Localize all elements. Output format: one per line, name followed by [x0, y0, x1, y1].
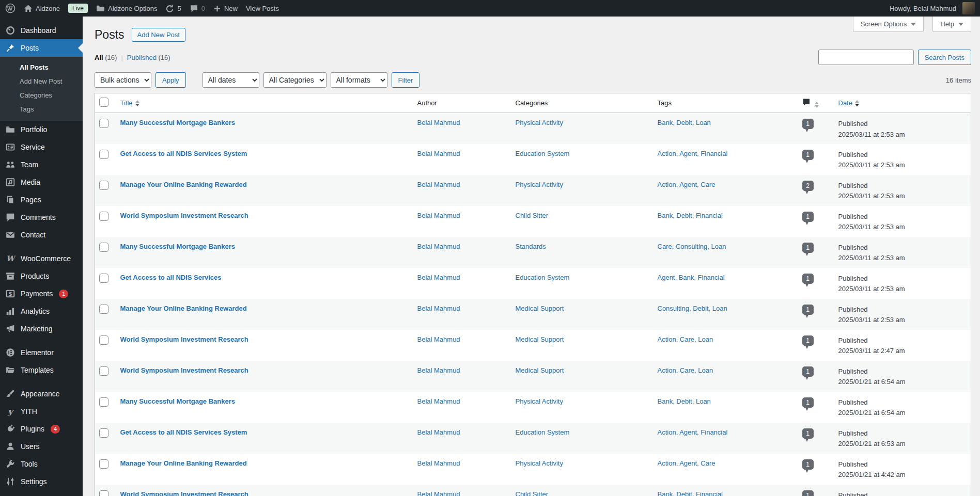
sidebar-item-users[interactable]: Users [0, 438, 83, 455]
select-all-checkbox[interactable] [99, 98, 108, 107]
row-checkbox[interactable] [99, 212, 108, 221]
search-posts-button[interactable]: Search Posts [918, 50, 971, 65]
wordpress-logo[interactable] [5, 0, 15, 17]
comment-count-bubble[interactable]: 1 [802, 428, 814, 439]
categories-links[interactable]: Medical Support [516, 335, 564, 343]
categories-links[interactable]: Standards [516, 243, 546, 250]
tags-links[interactable]: Consulting, Debit, Loan [658, 305, 727, 312]
tags-links[interactable]: Bank, Debit, Financial [658, 490, 723, 496]
sidebar-item-contact[interactable]: Contact [0, 226, 83, 244]
categories-links[interactable]: Medical Support [516, 366, 564, 374]
sidebar-item-settings[interactable]: Settings [0, 473, 83, 490]
add-new-post-button[interactable]: Add New Post [132, 28, 185, 42]
author-link[interactable]: Belal Mahmud [417, 397, 460, 405]
sort-by-comments[interactable] [802, 100, 819, 108]
post-title-link[interactable]: World Symposium Investment Research [120, 366, 248, 374]
row-checkbox[interactable] [99, 397, 108, 407]
new-menu[interactable]: New [213, 0, 238, 17]
categories-links[interactable]: Physical Activity [516, 397, 563, 405]
view-posts-link[interactable]: View Posts [246, 0, 279, 17]
sort-by-title[interactable]: Title [120, 99, 139, 107]
sidebar-item-pages[interactable]: Pages [0, 191, 83, 209]
sidebar-item-tools[interactable]: Tools [0, 455, 83, 473]
post-title-link[interactable]: World Symposium Investment Research [120, 490, 248, 496]
sidebar-item-analytics[interactable]: Analytics [0, 302, 83, 320]
comment-count-bubble[interactable]: 2 [802, 181, 814, 191]
sidebar-subitem-add-new-post[interactable]: Add New Post [0, 74, 83, 88]
row-checkbox[interactable] [99, 459, 108, 469]
author-link[interactable]: Belal Mahmud [417, 366, 460, 374]
post-title-link[interactable]: Get Access to all NDIS Services System [120, 150, 247, 157]
search-input[interactable] [818, 50, 914, 65]
categories-filter-select[interactable]: All Categories [263, 72, 326, 88]
tags-links[interactable]: Bank, Debit, Financial [658, 212, 723, 219]
post-title-link[interactable]: Manage Your Online Banking Rewarded [120, 459, 247, 467]
sort-by-date[interactable]: Date [838, 99, 859, 107]
sidebar-item-service[interactable]: Service [0, 138, 83, 156]
sidebar-item-products[interactable]: Products [0, 267, 83, 285]
sidebar-item-team[interactable]: Team [0, 156, 83, 173]
row-checkbox[interactable] [99, 181, 108, 190]
site-menu[interactable]: Aidzone [24, 0, 60, 17]
sidebar-subitem-tags[interactable]: Tags [0, 102, 83, 116]
comments-shortcut[interactable]: 0 [190, 0, 205, 17]
tags-links[interactable]: Action, Care, Loan [658, 335, 713, 343]
sidebar-item-woocommerce[interactable]: WWooCommerce [0, 250, 83, 267]
post-title-link[interactable]: Many Successful Mortgage Bankers [120, 243, 236, 250]
post-title-link[interactable]: Many Successful Mortgage Bankers [120, 397, 236, 405]
comment-count-bubble[interactable]: 1 [802, 459, 814, 470]
sidebar-subitem-categories[interactable]: Categories [0, 88, 83, 102]
sidebar-item-plugins[interactable]: Plugins4 [0, 420, 83, 438]
author-link[interactable]: Belal Mahmud [417, 212, 460, 219]
sidebar-item-appearance[interactable]: Appearance [0, 385, 83, 403]
sidebar-item-posts[interactable]: Posts [0, 39, 83, 57]
comment-count-bubble[interactable]: 1 [802, 274, 814, 284]
row-checkbox[interactable] [99, 428, 108, 438]
view-all[interactable]: All (16) [95, 54, 117, 61]
comment-count-bubble[interactable]: 1 [802, 335, 814, 346]
updates-menu[interactable]: 5 [165, 0, 181, 17]
comment-count-bubble[interactable]: 1 [802, 243, 814, 253]
apply-button[interactable]: Apply [155, 72, 186, 88]
aidzone-options-menu[interactable]: Aidzone Options [96, 0, 157, 17]
sidebar-item-yith[interactable]: yYITH [0, 403, 83, 420]
screen-options-button[interactable]: Screen Options [853, 17, 924, 32]
row-checkbox[interactable] [99, 305, 108, 314]
tags-links[interactable]: Agent, Bank, Financial [658, 274, 725, 281]
categories-links[interactable]: Child Sitter [516, 212, 549, 219]
categories-links[interactable]: Physical Activity [516, 181, 563, 188]
tags-links[interactable]: Action, Care, Loan [658, 366, 713, 374]
tags-links[interactable]: Bank, Debit, Loan [658, 119, 711, 126]
comment-count-bubble[interactable]: 1 [802, 212, 814, 222]
author-link[interactable]: Belal Mahmud [417, 428, 460, 436]
bulk-actions-select[interactable]: Bulk actions [95, 72, 151, 88]
author-link[interactable]: Belal Mahmud [417, 335, 460, 343]
comment-count-bubble[interactable]: 1 [802, 150, 814, 160]
categories-links[interactable]: Education System [516, 150, 570, 157]
tags-links[interactable]: Action, Agent, Financial [658, 428, 728, 436]
post-title-link[interactable]: Manage Your Online Banking Rewarded [120, 305, 247, 312]
sidebar-item-elementor[interactable]: Elementor [0, 344, 83, 361]
author-link[interactable]: Belal Mahmud [417, 181, 460, 188]
row-checkbox[interactable] [99, 335, 108, 345]
tags-links[interactable]: Care, Consulting, Loan [658, 243, 726, 250]
sidebar-item-comments[interactable]: Comments [0, 209, 83, 226]
comment-count-bubble[interactable]: 1 [802, 119, 814, 129]
row-checkbox[interactable] [99, 119, 108, 128]
author-link[interactable]: Belal Mahmud [417, 490, 460, 496]
tags-links[interactable]: Action, Agent, Financial [658, 150, 728, 157]
sidebar-subitem-all-posts[interactable]: All Posts [0, 60, 83, 74]
comment-count-bubble[interactable]: 1 [802, 366, 814, 377]
categories-links[interactable]: Medical Support [516, 305, 564, 312]
post-title-link[interactable]: Manage Your Online Banking Rewarded [120, 181, 247, 188]
row-checkbox[interactable] [99, 366, 108, 376]
author-link[interactable]: Belal Mahmud [417, 150, 460, 157]
tags-links[interactable]: Action, Agent, Care [658, 459, 715, 467]
row-checkbox[interactable] [99, 490, 108, 496]
howdy-menu[interactable]: Howdy, Belal Mahmud [890, 0, 975, 17]
row-checkbox[interactable] [99, 150, 108, 159]
comment-count-bubble[interactable]: 1 [802, 490, 814, 496]
help-button[interactable]: Help [932, 17, 971, 32]
sidebar-item-portfolio[interactable]: Portfolio [0, 121, 83, 138]
post-title-link[interactable]: World Symposium Investment Research [120, 212, 248, 219]
